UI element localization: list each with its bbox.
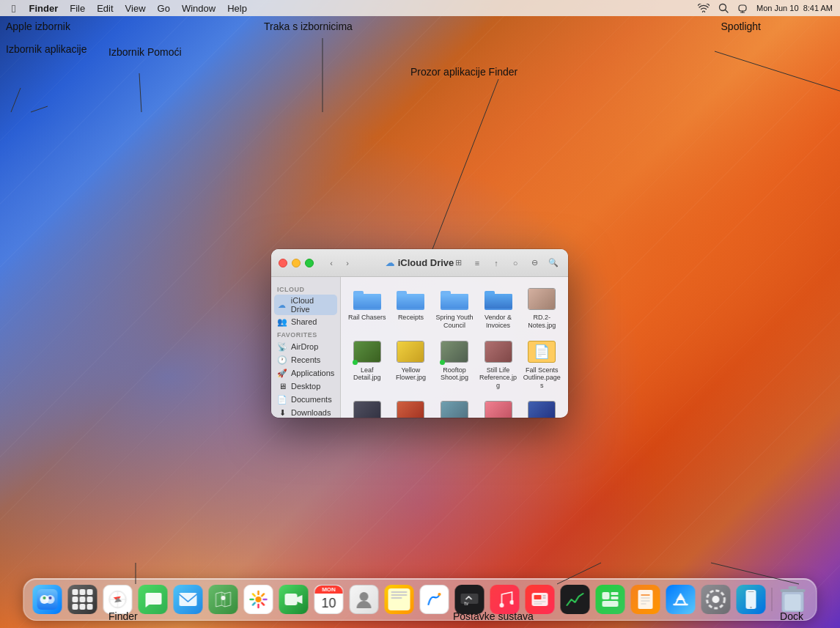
- file-item-leaf-detail[interactable]: Leaf Detail.jpg: [347, 336, 388, 393]
- view-menu[interactable]: View: [119, 0, 152, 16]
- tags-button[interactable]: ○: [508, 256, 523, 270]
- svg-line-46: [262, 603, 264, 605]
- svg-line-10: [726, 10, 729, 13]
- svg-point-30: [49, 596, 52, 599]
- dock-facetime[interactable]: [278, 583, 310, 616]
- file-menu[interactable]: File: [64, 0, 91, 16]
- edit-menu[interactable]: Edit: [91, 0, 119, 16]
- sidebar-item-shared[interactable]: 👥 Shared: [271, 315, 340, 328]
- file-item-rooftop[interactable]: Rooftop Shoot.jpg: [434, 336, 475, 393]
- dock-finder[interactable]: [32, 583, 64, 616]
- sidebar-item-documents[interactable]: 📄 Documents: [271, 393, 340, 406]
- siri-icon[interactable]: [734, 3, 751, 13]
- dock-launchpad[interactable]: [67, 583, 99, 616]
- notes-icon: [385, 585, 414, 614]
- sidebar-item-downloads[interactable]: ⬇ Downloads: [271, 406, 340, 418]
- search-button[interactable]: 🔍: [546, 256, 561, 270]
- sidebar-item-desktop[interactable]: 🖥 Desktop: [271, 380, 340, 393]
- menu-bar-label: Traka s izbornicima: [264, 21, 353, 32]
- svg-rect-82: [781, 589, 806, 592]
- dock-numbers[interactable]: [594, 583, 627, 616]
- system-prefs-icon: [701, 585, 731, 614]
- date-time: Mon Jun 10 8:41 AM: [754, 4, 836, 12]
- window-titlebar: ‹ › ☁ iCloud Drive ⊞ ≡ ↑ ○ ⊖ 🔍: [271, 249, 568, 277]
- numbers-icon: [596, 585, 625, 614]
- dock-mail[interactable]: [172, 583, 205, 616]
- nav-back-button[interactable]: ‹: [324, 256, 339, 270]
- sidebar-item-recents[interactable]: 🕐 Recents: [271, 353, 340, 366]
- svg-line-47: [253, 603, 255, 605]
- dock-notes[interactable]: [383, 583, 416, 616]
- file-item-still-life[interactable]: Still Life Reference.jpg: [478, 336, 519, 393]
- image-icon-still-life: [484, 339, 513, 365]
- file-item-yellow-flower[interactable]: Yellow Flower.jpg: [391, 336, 432, 393]
- window-menu[interactable]: Window: [176, 0, 221, 16]
- file-item-mexico-city[interactable]: Mexico City.jpeg: [391, 396, 432, 418]
- contacts-icon: [350, 585, 379, 614]
- file-item-receipts[interactable]: Receipts: [391, 283, 432, 333]
- wifi-icon[interactable]: [695, 4, 712, 12]
- finder-menu[interactable]: Finder: [23, 0, 64, 16]
- window-minimize-button[interactable]: [292, 259, 301, 267]
- file-item-spring-youth[interactable]: Spring Youth Council: [434, 283, 475, 333]
- svg-point-51: [360, 592, 369, 601]
- menubar:  Finder File Edit View Go Window Help M…: [0, 0, 840, 16]
- apple-menu[interactable]: : [4, 0, 23, 16]
- file-item-pink[interactable]: Pink.jpeg: [478, 396, 519, 418]
- file-item-skater[interactable]: Skater.jpeg: [521, 396, 562, 418]
- window-close-button[interactable]: [279, 259, 287, 267]
- sidebar-item-icloud-drive[interactable]: ☁ iCloud Drive: [274, 295, 337, 315]
- svg-rect-22: [441, 294, 468, 309]
- facetime-icon: [279, 585, 309, 614]
- go-menu[interactable]: Go: [152, 0, 176, 16]
- dock-stocks[interactable]: [559, 583, 592, 616]
- dock-appstore[interactable]: [665, 583, 697, 616]
- sidebar-favorites-section: Favorites: [271, 328, 340, 340]
- folder-icon-vendor: [484, 286, 513, 312]
- more-button[interactable]: ⊖: [527, 256, 542, 270]
- file-item-fall-scents[interactable]: 📄 Fall Scents Outline.pages: [521, 336, 562, 393]
- dock-pages[interactable]: [630, 583, 662, 616]
- iphone-icon: [737, 585, 766, 614]
- svg-rect-65: [611, 596, 619, 599]
- svg-rect-11: [739, 5, 746, 11]
- dock-iphone[interactable]: [735, 583, 767, 616]
- icloud-drive-icon: ☁: [277, 300, 287, 310]
- nav-forward-button[interactable]: ›: [340, 256, 355, 270]
- share-button[interactable]: ↑: [489, 256, 504, 270]
- icloud-icon: ☁: [386, 258, 394, 268]
- file-item-rd-notes[interactable]: RD.2-Notes.jpg: [521, 283, 562, 333]
- svg-point-40: [256, 596, 262, 602]
- file-item-title-cover[interactable]: Title Cover.jpg: [347, 396, 388, 418]
- help-menu[interactable]: Help: [221, 0, 253, 16]
- file-item-vendor[interactable]: Vendor & Invoices: [478, 283, 519, 333]
- svg-rect-66: [603, 601, 619, 607]
- svg-rect-49: [285, 594, 298, 605]
- dock-calendar[interactable]: MON 10: [313, 583, 345, 616]
- photos-icon: [244, 585, 273, 614]
- finder-window-label: Prozor aplikacije Finder: [410, 66, 517, 78]
- dock-photos[interactable]: [243, 583, 275, 616]
- window-maximize-button[interactable]: [305, 259, 314, 267]
- freeform-icon: [420, 585, 449, 614]
- image-icon-leaf: [353, 339, 382, 365]
- spotlight-button[interactable]: [715, 3, 732, 13]
- calendar-icon: MON 10: [314, 585, 344, 614]
- sort-button[interactable]: ≡: [470, 256, 485, 270]
- dock-contacts[interactable]: [348, 583, 380, 616]
- image-icon-skater: [527, 399, 556, 418]
- dock-separator: [772, 588, 773, 611]
- dock-maps[interactable]: [207, 583, 240, 616]
- dock-freeform[interactable]: [419, 583, 451, 616]
- file-label: RD.2-Notes.jpg: [523, 314, 561, 330]
- dock-messages[interactable]: [137, 583, 169, 616]
- svg-text:tv: tv: [465, 601, 469, 606]
- sidebar-item-applications[interactable]: 🚀 Applications: [271, 366, 340, 380]
- sidebar-item-airdrop[interactable]: 📡 AirDrop: [271, 340, 340, 353]
- file-item-rail-chasers[interactable]: Rail Chasers: [347, 283, 388, 333]
- menubar-right: Mon Jun 10 8:41 AM: [695, 3, 836, 13]
- svg-rect-53: [461, 594, 479, 604]
- file-item-lone-pine[interactable]: Lone Pine.jpeg: [434, 396, 475, 418]
- finder-window: ‹ › ☁ iCloud Drive ⊞ ≡ ↑ ○ ⊖ 🔍 iCloud ☁ …: [271, 249, 568, 418]
- dock-system-preferences[interactable]: [700, 583, 732, 616]
